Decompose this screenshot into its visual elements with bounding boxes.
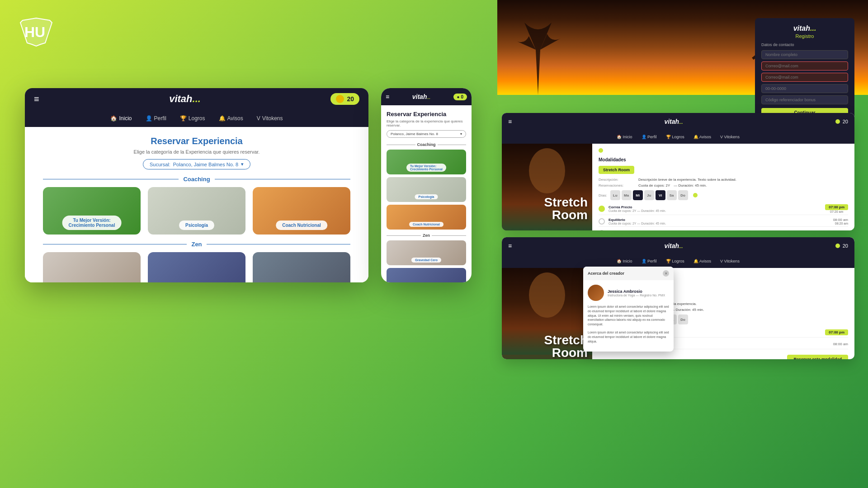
ts-check-icon — [599, 206, 605, 212]
mobile-sucursal-selector[interactable]: Polanco, Jaime Balmes No. 8 ▾ — [387, 130, 466, 138]
day-ju[interactable]: Ju — [644, 190, 654, 200]
sr2-nav-avisos[interactable]: 🔔 Avisos — [693, 259, 711, 263]
reg-referral-field[interactable] — [761, 95, 848, 104]
sr2-nav-perfil[interactable]: 👤 Perfil — [642, 259, 657, 263]
sr2-hamburger-icon[interactable]: ≡ — [508, 242, 512, 249]
sr-body-1: Stretch Room Modalidades Stretch Room De… — [502, 144, 854, 230]
sr2-ts-time-btn[interactable]: 07:00 pm — [825, 329, 848, 335]
day-do[interactable]: Do — [678, 190, 688, 200]
modal-header: Acerca del creador ✕ — [583, 267, 674, 280]
exp-card-meditacion[interactable]: Meditación — [253, 252, 350, 282]
coins-badge: 20 — [330, 93, 359, 105]
coin-icon — [336, 95, 344, 103]
nav-item-inicio[interactable]: 🏠 Inicio — [110, 115, 132, 122]
exp-card-bg — [148, 252, 245, 282]
sr-nav-perfil[interactable]: 👤 Perfil — [642, 135, 657, 139]
creator-modal: Acerca del creador ✕ Jessica Ambrosio In… — [583, 267, 674, 352]
sucursal-selector[interactable]: Sucursal: Polanco, Jaime Balmes No. 8 ▾ — [43, 159, 350, 169]
nav-item-logros[interactable]: 🏆 Logros — [180, 115, 205, 122]
sr-coin-value: 20 — [843, 119, 848, 124]
reg-email-field[interactable] — [761, 61, 848, 70]
sr-spots-text: Cuota de cupos: 2Y — [638, 183, 670, 188]
sr2-nav-logros[interactable]: 🏆 Logros — [666, 259, 684, 263]
ts-check-icon — [599, 218, 605, 225]
time-slot-correa-precio[interactable]: Correa Precio Cuota de cupos: 2Y — Durac… — [599, 203, 848, 215]
sr-nav-inicio[interactable]: 🏠 Inicio — [617, 135, 632, 139]
nav-item-vitokens[interactable]: V Vitokens — [257, 115, 283, 122]
sr-header-1: ≡ vitah... 20 — [502, 113, 854, 130]
sr-image-area: Stretch Room — [502, 144, 592, 230]
exp-card-coach-nutricional[interactable]: Coach Nutricional — [253, 187, 350, 235]
creator-role: Instructora de Yoga — Registro No. PMX — [608, 294, 665, 297]
reg-vitah-dots: ... — [810, 24, 816, 32]
mobile-exp-coach-nutricional[interactable]: Coach Nutricional — [387, 205, 466, 230]
zen-section: Zen Gravedad Cero Hamaca Room Meditación — [43, 241, 350, 282]
page-title: Reservar Experiencia — [43, 136, 350, 146]
sr2-reserve-button[interactable]: Reservar esta modalidad — [787, 355, 848, 359]
ts-time-2: 07:20 am — [825, 210, 848, 213]
day-ma[interactable]: Ma — [622, 190, 632, 200]
coaching-label: Coaching — [43, 176, 350, 183]
sr-nav-logros[interactable]: 🏆 Logros — [666, 135, 684, 139]
day-mi[interactable]: Mi — [633, 190, 643, 200]
active-modality-badge[interactable]: Stretch Room — [599, 166, 634, 174]
nav-item-perfil[interactable]: 👤 Perfil — [146, 115, 166, 122]
ts-name: Correa Precio Cuota de cupos: 2Y — Durac… — [609, 205, 666, 212]
sr-description-row: Descripción: Descripción breve de la exp… — [599, 178, 848, 182]
reg-phone-field[interactable] — [761, 84, 848, 93]
mobile-exp-mejor-version[interactable]: Tu Mejor Versión:Crecimiento Personal — [387, 150, 466, 174]
ts-times: 08:00 pm 08:20 am — [833, 230, 848, 230]
sr-nav-avisos[interactable]: 🔔 Avisos — [693, 135, 711, 139]
ts-times: 08:00 am 08:20 am — [833, 218, 848, 225]
sr2-day-do[interactable]: Do — [678, 314, 688, 324]
mobile-exp-hamaca-room[interactable]: Hamaca Room — [387, 268, 466, 282]
sr2-nav-vitokens[interactable]: V Vitokens — [720, 259, 740, 263]
desktop-vitah-logo: vitah... — [169, 93, 201, 105]
reg-contact-label: Datos de contacto — [761, 42, 848, 47]
time-slot-steady-map[interactable]: Steady Map 2 Cuota de cupos: 2Y — Duraci… — [599, 228, 848, 230]
mobile-exp-psicologia[interactable]: Psicología — [387, 177, 466, 202]
sr2-image-area: Stretch Room — [502, 268, 592, 359]
sucursal-value: Polanco, Jaime Balmes No. 8 — [173, 162, 238, 167]
status-dot — [835, 119, 840, 124]
coaching-cards-row: Tu Mejor Versión:Crecimiento Personal Ps… — [43, 187, 350, 235]
nav-item-avisos[interactable]: 🔔 Avisos — [219, 115, 243, 122]
exp-card-psicologia[interactable]: Psicología — [148, 187, 245, 235]
sr-nav-vitokens[interactable]: V Vitokens — [720, 135, 740, 139]
mobile-chevron-icon: ▾ — [460, 132, 462, 136]
vitah-dots: ... — [193, 93, 201, 104]
sucursal-badge[interactable]: Sucursal: Polanco, Jaime Balmes No. 8 ▾ — [143, 159, 250, 169]
exp-card-label: Psicología — [179, 221, 214, 230]
ts-name: Steady Map 2 Cuota de cupos: 2Y — Duraci… — [609, 230, 666, 230]
reg-name-field[interactable] — [761, 50, 848, 59]
sr-hamburger-icon[interactable]: ≡ — [508, 118, 512, 125]
day-selector: Días: Lu Ma Mi Ju Vi Sa Do — [599, 190, 848, 200]
exp-card-hamaca-room[interactable]: Hamaca Room — [148, 252, 245, 282]
creator-bio-2: Lorem ipsum dolor sit amet consectetur a… — [588, 330, 669, 343]
sr2-status-dot — [835, 244, 840, 248]
sr2-coin-value: 20 — [843, 243, 848, 249]
svg-point-3 — [529, 148, 565, 193]
day-vi[interactable]: Vi — [656, 190, 665, 200]
creator-profile: Jessica Ambrosio Instructora de Yoga — R… — [588, 285, 669, 301]
reg-email-confirm-field[interactable] — [761, 73, 848, 82]
exp-card-mejor-version[interactable]: Tu Mejor Versión:Crecimiento Personal — [43, 187, 141, 235]
mobile-vitah-dots: ... — [427, 95, 430, 100]
modalities-label: Modalidades — [599, 157, 848, 162]
modal-close-button[interactable]: ✕ — [663, 270, 669, 277]
mobile-sucursal-value: Polanco, Jaime Balmes No. 8 — [391, 132, 438, 136]
hamburger-icon[interactable]: ≡ — [34, 94, 39, 104]
page-subtitle: Elige la categoría de la Experiencia que… — [43, 149, 350, 155]
sr2-nav-inicio[interactable]: 🏠 Inicio — [617, 259, 632, 263]
day-lu[interactable]: Lu — [610, 190, 620, 200]
ts-time-btn[interactable]: 07:00 pm — [825, 204, 848, 210]
mobile-hamburger-icon[interactable]: ≡ — [386, 93, 389, 100]
mobile-app-screenshot: ≡ vitah... ● 0 Reservar Experiencia Elig… — [381, 88, 472, 282]
brand-logo: HU — [18, 14, 54, 50]
zen-label: Zen — [43, 241, 350, 248]
time-slot-equilibrio[interactable]: Equilibrio Cuota de cupos: 2Y — Duración… — [599, 216, 848, 227]
day-sa[interactable]: Sa — [667, 190, 677, 200]
mobile-exp-gravedad-cero[interactable]: Gravedad Cero — [387, 240, 466, 265]
exp-card-gravedad-cero[interactable]: Gravedad Cero — [43, 252, 141, 282]
sr2-title-overlay: Stretch Room — [544, 334, 588, 359]
